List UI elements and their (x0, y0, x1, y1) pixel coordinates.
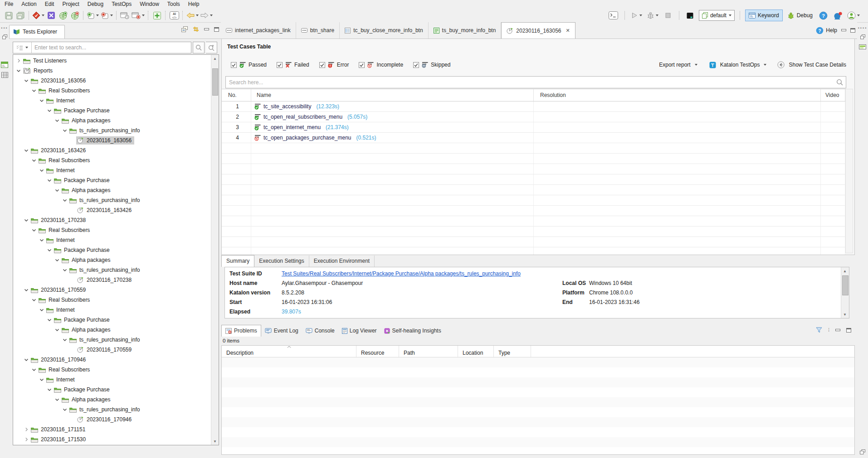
chevron-expanded-icon[interactable] (54, 328, 61, 332)
tree-item-package-purchase[interactable]: Package Purchase (13, 175, 211, 185)
menu-action[interactable]: Action (17, 0, 40, 9)
filter-failed[interactable]: Failed (277, 62, 309, 68)
tree-item-20230116-163056[interactable]: 20230116_163056 (13, 135, 211, 145)
chevron-collapsed-icon[interactable] (23, 427, 30, 432)
tree-item-ts-rules-purchasing-info[interactable]: ts_rules_purchasing_info (13, 405, 211, 415)
new-item-icon[interactable] (151, 10, 163, 21)
job-progress-bars-icon[interactable] (859, 43, 866, 49)
minimize-panel-icon[interactable] (835, 328, 840, 333)
chevron-expanded-icon[interactable] (54, 189, 61, 192)
column-location[interactable]: Location (458, 346, 494, 357)
dropdown-caret-icon[interactable] (42, 14, 44, 16)
tree-item-test-listeners[interactable]: Test Listeners (13, 56, 211, 66)
dropdown-caret-icon[interactable] (110, 14, 113, 16)
dropdown-caret-icon[interactable] (142, 14, 145, 16)
tree-item-real-subscribers[interactable]: Real Subscribers (13, 295, 211, 305)
chevron-expanded-icon[interactable] (54, 398, 61, 401)
tree-item-alpha-packages[interactable]: Alpha packages (13, 255, 211, 265)
chevron-expanded-icon[interactable] (30, 368, 38, 371)
tree-item-20230116-163426[interactable]: 20230116_163426 (13, 205, 211, 215)
tree-item-20230116-170238[interactable]: 20230116_170238 (13, 275, 211, 285)
filter-error[interactable]: Error (319, 62, 349, 68)
column-resolution[interactable]: Resolution (534, 89, 821, 101)
summary-tab-summary[interactable]: Summary (221, 255, 254, 267)
column-video[interactable]: Video (821, 89, 845, 101)
save-all-icon[interactable] (15, 10, 26, 21)
dropdown-caret-icon[interactable] (729, 14, 731, 16)
tree-item-alpha-packages[interactable]: Alpha packages (13, 325, 211, 335)
advanced-search-icon[interactable] (206, 42, 217, 53)
tree-item-20230116-171151[interactable]: 20230116_171151 (13, 424, 211, 434)
tree-item-internet[interactable]: Internet (13, 96, 211, 106)
column-resource[interactable]: Resource (356, 346, 399, 357)
debug-perspective-button[interactable]: Debug (785, 10, 814, 21)
search-options-menu[interactable] (13, 42, 32, 53)
notifications-icon[interactable] (832, 10, 844, 21)
search-icon[interactable] (193, 42, 205, 53)
chevron-expanded-icon[interactable] (46, 388, 53, 391)
menu-help[interactable]: Help (184, 0, 204, 9)
test-case-name[interactable]: tc_site_accessibility (263, 103, 311, 110)
test-case-row-tc-open-packages-purchase-menu[interactable]: 4 tc_open_packages_purchase_menu (0.521s… (222, 133, 845, 143)
back-arrow-icon[interactable] (185, 10, 200, 21)
tree-item-20230116-163056[interactable]: 20230116_163056 (13, 76, 211, 86)
scrollbar-thumb[interactable] (842, 275, 848, 295)
command-prompt-icon[interactable] (608, 10, 619, 21)
help-button[interactable]: ? Help (816, 27, 837, 34)
menu-project[interactable]: Project (58, 0, 83, 9)
tree-item-ts-rules-purchasing-info[interactable]: ts_rules_purchasing_info (13, 335, 211, 345)
editor-tab-20230116-163056[interactable]: 20230116_163056 ✕ (501, 22, 575, 39)
maximize-panel-icon[interactable] (214, 27, 219, 32)
filter-skipped[interactable]: Skipped (413, 62, 450, 68)
chevron-expanded-icon[interactable] (38, 378, 45, 381)
minimize-panel-icon[interactable] (204, 27, 209, 32)
chevron-expanded-icon[interactable] (23, 79, 30, 82)
chevron-expanded-icon[interactable] (61, 269, 68, 272)
record-mobile-green-icon[interactable] (86, 10, 100, 21)
tree-item-ts-rules-purchasing-info[interactable]: ts_rules_purchasing_info (13, 125, 211, 135)
chevron-expanded-icon[interactable] (38, 309, 45, 312)
tree-item-real-subscribers[interactable]: Real Subscribers (13, 225, 211, 235)
chevron-collapsed-icon[interactable] (15, 58, 22, 63)
checkbox-passed[interactable] (231, 62, 237, 68)
test-case-row-tc-open-internet-menu[interactable]: 3 tc_open_internet_menu (21.374s) (222, 122, 845, 133)
chevron-expanded-icon[interactable] (23, 219, 30, 222)
search-icon[interactable] (834, 79, 846, 86)
export-report-button[interactable]: Export report (659, 62, 690, 68)
tree-item-20230116-170559[interactable]: 20230116_170559 (13, 285, 211, 295)
chevron-expanded-icon[interactable] (38, 169, 45, 172)
keyword-browser-button[interactable]: Keyword (745, 10, 783, 21)
chevron-expanded-icon[interactable] (30, 159, 38, 162)
chevron-expanded-icon[interactable] (46, 318, 53, 322)
bottom-tab-console[interactable]: Console (302, 325, 338, 337)
tests-explorer-tab[interactable]: Tests Explorer (9, 25, 65, 39)
column-name[interactable]: Name (251, 89, 534, 101)
tree-item-20230116-170946[interactable]: 20230116_170946 (13, 415, 211, 424)
checkbox-error[interactable] (319, 62, 325, 68)
account-icon[interactable] (846, 10, 861, 21)
dropdown-caret-icon[interactable] (196, 14, 199, 16)
tree-item-real-subscribers[interactable]: Real Subscribers (13, 365, 211, 375)
tree-item-reports[interactable]: Reports (13, 66, 211, 76)
editor-tab-ts-buy-more-info-btn[interactable]: ts_buy_more_info_btn (429, 22, 502, 39)
chevron-expanded-icon[interactable] (23, 149, 30, 152)
chevron-expanded-icon[interactable] (30, 299, 38, 302)
test-case-name[interactable]: tc_open_packages_purchase_menu (263, 135, 351, 141)
menu-testops[interactable]: TestOps (107, 0, 136, 9)
job-progress-icon[interactable] (1, 62, 8, 68)
chevron-expanded-icon[interactable] (23, 289, 30, 292)
chevron-expanded-icon[interactable] (46, 109, 53, 112)
chevron-expanded-icon[interactable] (38, 99, 45, 102)
restore-panel-icon[interactable] (860, 34, 865, 39)
scroll-down-icon[interactable]: ▼ (211, 438, 219, 445)
tree-item-alpha-packages[interactable]: Alpha packages (13, 395, 211, 405)
chevron-expanded-icon[interactable] (54, 119, 61, 122)
table-search-input[interactable] (226, 79, 834, 86)
dropdown-caret-icon[interactable] (96, 14, 99, 16)
test-case-name[interactable]: tc_open_real_subscribers_menu (263, 114, 342, 120)
editor-tab-internet-packages-link[interactable]: internet_packages_link (221, 22, 296, 39)
maximize-panel-icon[interactable] (850, 28, 855, 33)
spy-mobile-icon[interactable] (45, 10, 57, 21)
bottom-tab-self-healing-insights[interactable]: Self-healing Insights (380, 325, 445, 337)
restore-panel-icon[interactable] (860, 449, 865, 454)
